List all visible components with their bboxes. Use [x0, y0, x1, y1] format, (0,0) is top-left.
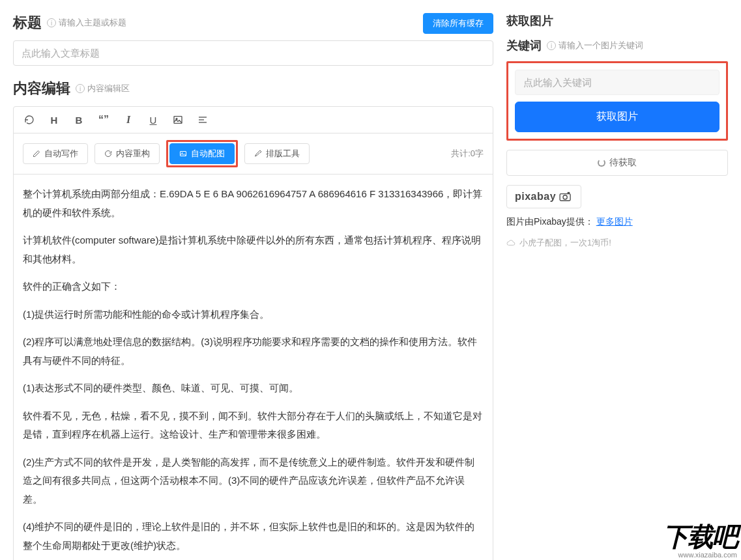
content-hint: i 内容编辑区 [76, 83, 130, 94]
title-heading: 标题 [13, 13, 42, 33]
pending-label: 待获取 [609, 157, 637, 169]
italic-icon[interactable]: I [122, 113, 135, 126]
svg-point-6 [182, 153, 182, 154]
undo-icon[interactable] [23, 113, 36, 126]
paragraph: (2)生产方式不同的软件是开发，是人类智能的高发挥，而不是传统意义上的硬件制造。… [23, 453, 484, 509]
cloud-icon [506, 240, 516, 246]
pixabay-badge: pixabay [506, 185, 581, 208]
format-toolbar: H B “” I U [14, 107, 493, 133]
svg-point-8 [563, 195, 567, 199]
keyword-hint: i 请输入一个图片关键词 [547, 40, 643, 51]
layout-tool-button[interactable]: 排版工具 [244, 143, 310, 164]
keyword-section-header: 关键词 i 请输入一个图片关键词 [506, 38, 728, 53]
keyword-box-highlight: 获取图片 [506, 61, 728, 141]
article-title-input[interactable] [13, 40, 493, 66]
image-source: 图片由Pixabay提供： 更多图片 [506, 216, 728, 228]
pencil-icon [33, 150, 40, 158]
auto-image-highlight: 自动配图 [166, 140, 238, 167]
refresh-icon [104, 150, 112, 158]
paragraph: (4)维护不同的硬件是旧的，理论上软件是旧的，并不坏，但实际上软件也是旧的和坏的… [23, 518, 484, 555]
paragraph: 软件看不见，无色，枯燥，看不见，摸不到，闻不到。软件大部分存在于人们的头脑或纸上… [23, 407, 484, 444]
underline-icon[interactable]: U [147, 113, 160, 126]
sidebar: 获取图片 关键词 i 请输入一个图片关键词 获取图片 待获取 pixabay 图… [506, 13, 728, 560]
spinner-icon [598, 159, 605, 167]
heading-icon[interactable]: H [48, 113, 61, 126]
tool-icon [254, 150, 262, 158]
paragraph: (1)表达形式不同的硬件类型、颜色、味道、可见、可摸、可闻。 [23, 379, 484, 398]
auto-write-button[interactable]: 自动写作 [23, 143, 88, 164]
paragraph: 整个计算机系统由两部分组成：E.69DA 5 E 6 BA 9062616964… [23, 185, 484, 222]
keyword-heading: 关键词 [506, 38, 542, 53]
align-left-icon[interactable] [196, 113, 209, 126]
editor-content[interactable]: 整个计算机系统由两部分组成：E.69DA 5 E 6 BA 9062616964… [14, 175, 493, 560]
content-heading: 内容编辑 [13, 79, 70, 98]
quote-icon[interactable]: “” [97, 113, 110, 126]
title-section-header: 标题 i 请输入主题或标题 [13, 13, 126, 33]
svg-rect-9 [568, 192, 570, 194]
info-icon: i [547, 41, 556, 50]
info-icon: i [47, 18, 56, 27]
paragraph: (1)提供运行时所需功能和性能的命令或计算机程序集合。 [23, 305, 484, 324]
paragraph: (2)程序可以满意地处理信息的数据结构。(3)说明程序功能要求和程序需要的文档的… [23, 333, 484, 370]
content-section-header: 内容编辑 i 内容编辑区 [13, 79, 493, 98]
paragraph: 软件的正确含义如下： [23, 277, 484, 296]
main-column: 标题 i 请输入主题或标题 清除所有缓存 内容编辑 i 内容编辑区 [13, 13, 493, 560]
restructure-button[interactable]: 内容重构 [94, 143, 160, 164]
info-icon: i [76, 84, 85, 93]
auto-image-button[interactable]: 自动配图 [169, 143, 235, 164]
title-hint: i 请输入主题或标题 [47, 17, 126, 29]
get-image-heading: 获取图片 [506, 13, 728, 29]
bold-icon[interactable]: B [72, 113, 85, 126]
editor-box: H B “” I U 自动写作 内容重构 [13, 106, 493, 560]
camera-icon [559, 191, 573, 202]
word-count: 共计:0字 [451, 148, 484, 160]
more-images-link[interactable]: 更多图片 [596, 216, 633, 227]
action-toolbar: 自动写作 内容重构 自动配图 排版工具 共计:0字 [14, 133, 493, 175]
clear-cache-button[interactable]: 清除所有缓存 [423, 13, 493, 34]
keyword-input[interactable] [515, 70, 719, 95]
footer-note: 小虎子配图，一次1淘币! [506, 237, 728, 249]
image-small-icon [179, 150, 187, 158]
paragraph: 计算机软件(computer software)是指计算机系统中除硬件以外的所有… [23, 231, 484, 268]
get-image-button[interactable]: 获取图片 [515, 102, 719, 132]
pending-box: 待获取 [506, 150, 728, 176]
image-icon[interactable] [171, 113, 184, 126]
